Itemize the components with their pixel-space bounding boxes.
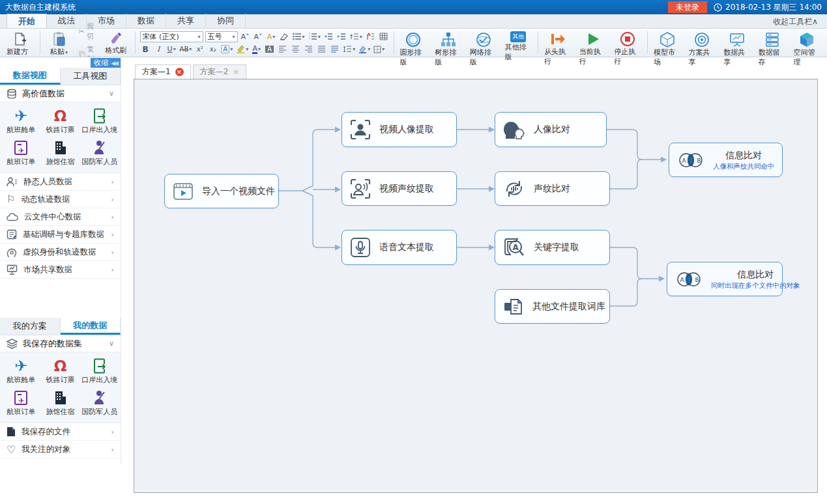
dataset-military-personnel[interactable]: 国防军人员 bbox=[80, 387, 119, 419]
align-right-button[interactable] bbox=[303, 44, 314, 55]
node-face-compare[interactable]: 人像比对 bbox=[495, 112, 607, 147]
bold-button[interactable]: B bbox=[140, 44, 151, 55]
model-market-button[interactable]: 模型市场 bbox=[650, 29, 685, 56]
increase-indent-button[interactable] bbox=[336, 31, 347, 42]
close-tab-icon[interactable]: ✕ bbox=[175, 68, 184, 76]
dataset-military-personnel[interactable]: 国防军人员 bbox=[80, 137, 119, 169]
numbered-list-button[interactable]: ▾ bbox=[308, 31, 321, 42]
dataset-railway-ticket[interactable]: Ω 铁路订票 bbox=[40, 105, 80, 137]
sidebar-item-virtual-identity-data[interactable]: 虚拟身份和轨迹数据 › bbox=[0, 244, 121, 261]
dataset-railway-ticket[interactable]: Ω 铁路订票 bbox=[40, 355, 80, 387]
decrease-indent-button[interactable] bbox=[323, 31, 334, 42]
sidebar-collapse-button[interactable]: 收缩◀◀ bbox=[91, 58, 121, 68]
dataset-hotel-stay[interactable]: 旅馆住宿 bbox=[40, 387, 80, 419]
other-layout-button[interactable]: 其他 其他排版 bbox=[501, 29, 536, 56]
dataset-flight-order[interactable]: ✈ 航班订单 bbox=[1, 137, 40, 169]
grow-font-button[interactable]: A˄ bbox=[240, 31, 251, 42]
underline-button[interactable]: U▾ bbox=[166, 44, 177, 55]
dataset-flight-manifest[interactable]: ✈ 航班舱单 bbox=[1, 105, 40, 137]
highlight-button[interactable]: ▾ bbox=[235, 44, 249, 55]
node-other-files-lexicon[interactable]: 其他文件提取词库 bbox=[495, 289, 610, 324]
tree-layout-button[interactable]: 树形排版 bbox=[431, 29, 466, 56]
data-share-button[interactable]: 数据共享 bbox=[719, 29, 755, 56]
change-case-button[interactable]: A▾ bbox=[266, 31, 277, 42]
shading-button[interactable]: ▾ bbox=[358, 44, 371, 55]
align-left-button[interactable] bbox=[277, 44, 288, 55]
paste-button[interactable]: 粘贴▾ bbox=[42, 29, 76, 56]
distribute-button[interactable] bbox=[329, 44, 340, 55]
section-high-value-data[interactable]: 高价值数据 ∨ bbox=[0, 85, 121, 102]
new-plan-button[interactable]: 新建方案 bbox=[3, 29, 38, 56]
dataset-border-entry-exit[interactable]: 口岸出入境 bbox=[80, 105, 119, 137]
dataset-border-entry-exit[interactable]: 口岸出入境 bbox=[80, 355, 119, 387]
node-video-voice-extract[interactable]: 视频声纹提取 bbox=[341, 171, 457, 206]
shrink-font-button[interactable]: A˅ bbox=[253, 31, 264, 42]
justify-button[interactable] bbox=[316, 44, 327, 55]
sidebar-item-dynamic-track-data[interactable]: ⚐ 动态轨迹数据 › bbox=[0, 191, 121, 208]
sidebar-item-my-saved-files[interactable]: 我保存的文件 › bbox=[0, 423, 121, 441]
sort-button[interactable] bbox=[365, 31, 376, 42]
dataset-hotel-stay[interactable]: 旅馆住宿 bbox=[40, 137, 80, 169]
run-from-start-button[interactable]: 从头执行 bbox=[540, 29, 575, 56]
bullet-list-button[interactable]: ▾ bbox=[292, 31, 306, 42]
char-shading-button[interactable]: A bbox=[264, 44, 275, 55]
network-layout-button[interactable]: 网络排版 bbox=[466, 29, 501, 56]
format-painter-button[interactable]: 格式刷 bbox=[99, 29, 133, 56]
font-name-select[interactable]: 宋体 (正文)▾ bbox=[140, 31, 203, 42]
collapse-toolbar-button[interactable]: 收起工具栏∧ bbox=[773, 16, 818, 27]
text-effects-button[interactable]: A▾ bbox=[220, 44, 233, 55]
ribbon-tab-collab[interactable]: 协同 bbox=[206, 14, 246, 28]
text-direction-button[interactable]: ▾ bbox=[349, 31, 363, 42]
flight-order-icon: ✈ bbox=[12, 139, 29, 156]
space-management-button[interactable]: 空间管理 bbox=[789, 29, 824, 56]
node-keyword-extract[interactable]: A 关键字提取 bbox=[495, 230, 610, 265]
section-saved-datasets[interactable]: 我保存的数据集 ∨ bbox=[0, 335, 121, 352]
sidebar-item-my-followed-objects[interactable]: ♡ 我关注的对象 › bbox=[0, 441, 121, 458]
sidebar-item-static-person-data[interactable]: 静态人员数据 › bbox=[0, 173, 121, 191]
plan-tab-2[interactable]: 方案—2 × bbox=[193, 64, 246, 79]
sidebar-item-research-library-data[interactable]: 基础调研与专题库数据 › bbox=[0, 226, 121, 244]
ribbon-tab-home[interactable]: 开始 bbox=[7, 14, 47, 28]
chevron-right-icon: › bbox=[111, 266, 114, 274]
subscript-button[interactable]: x₂ bbox=[207, 44, 218, 55]
node-info-compare-1[interactable]: AB 信息比对 人像和声纹共同命中 bbox=[669, 143, 783, 177]
close-tab-icon[interactable]: × bbox=[233, 68, 239, 76]
node-video-face-extract[interactable]: 视频人像提取 bbox=[341, 112, 457, 147]
login-status-badge[interactable]: 未登录 bbox=[668, 1, 707, 13]
stop-button[interactable]: 停止执行 bbox=[610, 29, 645, 56]
borders-button[interactable]: ▾ bbox=[373, 44, 385, 55]
superscript-button[interactable]: x² bbox=[194, 44, 205, 55]
tab-tool-view[interactable]: 工具视图 bbox=[61, 68, 121, 85]
ribbon-tab-share[interactable]: 共享 bbox=[166, 14, 206, 28]
line-spacing-button[interactable]: ▾ bbox=[342, 44, 356, 55]
node-import-video[interactable]: 导入一个视频文件 bbox=[164, 174, 279, 208]
node-speech-text-extract[interactable]: 语音文本提取 bbox=[341, 230, 457, 265]
circle-layout-button[interactable]: 圆形排版 bbox=[396, 29, 431, 56]
cut-button[interactable]: ✂剪切 bbox=[76, 21, 99, 42]
tab-data-view[interactable]: 数据视图 bbox=[0, 68, 61, 85]
strikethrough-button[interactable]: AB▾ bbox=[179, 44, 193, 55]
dataset-flight-order[interactable]: ✈ 航班订单 bbox=[1, 387, 40, 419]
clear-format-button[interactable] bbox=[279, 31, 290, 42]
plan-tab-1[interactable]: 方案—1 ✕ bbox=[135, 64, 191, 79]
venn-diagram-icon: AB bbox=[675, 269, 703, 290]
node-voice-compare[interactable]: 声纹比对 bbox=[495, 171, 610, 206]
tab-my-plans[interactable]: 我的方案 bbox=[0, 318, 61, 335]
show-marks-button[interactable] bbox=[378, 31, 389, 42]
letter-a-glyph: A bbox=[513, 243, 519, 252]
run-current-button[interactable]: 当前执行 bbox=[575, 29, 611, 56]
dataset-flight-manifest[interactable]: ✈ 航班舱单 bbox=[1, 355, 40, 387]
sidebar-item-cloud-file-data[interactable]: 云文件中心数据 › bbox=[0, 208, 121, 226]
plan-share-button[interactable]: 方案共享 bbox=[685, 29, 720, 56]
tab-my-data[interactable]: 我的数据 bbox=[61, 318, 121, 335]
model-canvas[interactable]: 导入一个视频文件 视频人像提取 视频声纹提取 语音文本提取 人像比对 声纹比对 … bbox=[134, 79, 818, 493]
node-info-compare-2[interactable]: AB 信息比对 同时出现在多个文件中的对象 bbox=[667, 262, 783, 296]
data-retention-button[interactable]: 数据留存 bbox=[755, 29, 790, 56]
sidebar-item-market-shared-data[interactable]: 市场共享数据 › bbox=[0, 261, 121, 279]
italic-button[interactable]: I bbox=[153, 44, 164, 55]
font-size-select[interactable]: 五号▾ bbox=[205, 31, 238, 42]
align-center-button[interactable] bbox=[290, 44, 301, 55]
ribbon-tab-data[interactable]: 数据 bbox=[126, 14, 166, 28]
clock-icon bbox=[714, 3, 722, 12]
font-color-button[interactable]: A▾ bbox=[251, 44, 262, 55]
